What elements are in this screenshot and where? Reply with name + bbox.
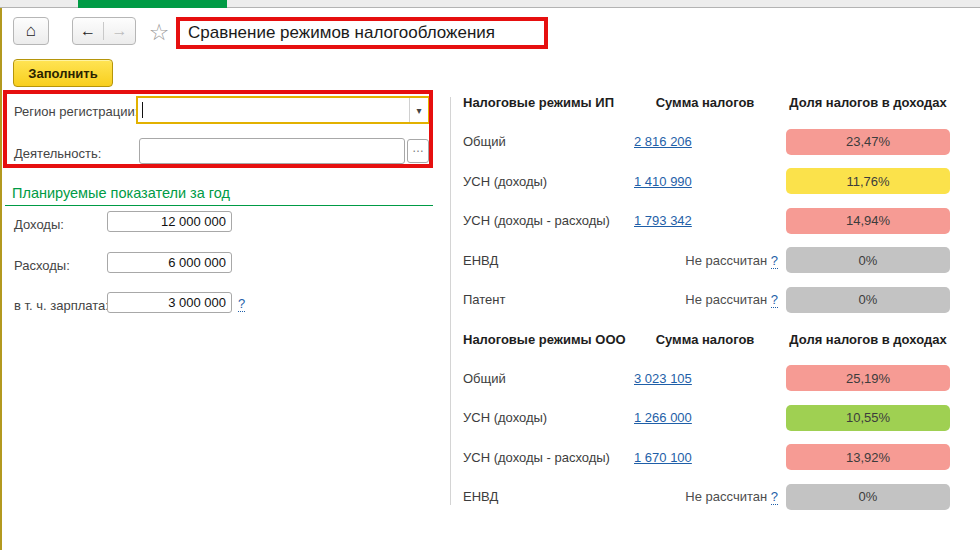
tax-share-badge: 0%: [786, 247, 950, 273]
tax-share-cell: 0%: [786, 287, 950, 313]
fill-button[interactable]: Заполнить: [13, 59, 113, 87]
tax-sum-cell: 1 793 342: [630, 213, 780, 228]
home-button[interactable]: ⌂: [13, 17, 49, 45]
tax-regime-row: ЕНВД Не рассчитан ? 0%: [463, 241, 950, 281]
ellipsis-icon: …: [412, 141, 424, 155]
tax-share-badge: 11,76%: [786, 168, 950, 194]
region-dropdown-button[interactable]: ▾: [409, 98, 428, 122]
not-calculated-help-link[interactable]: ?: [771, 253, 778, 269]
tax-share-cell: 11,76%: [786, 168, 950, 194]
expenses-input[interactable]: [107, 252, 232, 273]
tax-regime-row: УСН (доходы) 1 410 990 11,76%: [463, 162, 950, 202]
tax-share-badge: 14,94%: [786, 208, 950, 234]
column-header-sum: Сумма налогов: [630, 332, 780, 347]
tax-sum-link[interactable]: 2 816 206: [634, 134, 692, 149]
navigation-buttons: ← →: [72, 17, 136, 45]
tax-sum-cell: 1 410 990: [630, 174, 780, 189]
annotation-box-title: Сравнение режимов налогообложения: [176, 17, 548, 49]
page-title: Сравнение режимов налогообложения: [188, 23, 495, 43]
chevron-down-icon: ▾: [416, 105, 421, 116]
tax-regime-row: Общий 2 816 206 23,47%: [463, 122, 950, 162]
text-cursor: [142, 102, 143, 118]
tax-regime-row: Патент Не рассчитан ? 0%: [463, 280, 950, 320]
expenses-label: Расходы:: [14, 258, 70, 273]
activity-label: Деятельность:: [14, 146, 101, 161]
back-button[interactable]: ←: [73, 22, 104, 40]
regime-name: УСН (доходы): [463, 174, 630, 189]
tax-sum-cell: 2 816 206: [630, 134, 780, 149]
region-input[interactable]: ▾: [136, 96, 430, 124]
regime-name: УСН (доходы): [463, 410, 630, 425]
not-calculated-label: Не рассчитан: [685, 292, 767, 307]
tax-sum-link[interactable]: 1 266 000: [634, 410, 692, 425]
section-title: Налоговые режимы ООО: [463, 332, 630, 347]
activity-choose-button[interactable]: …: [407, 139, 429, 163]
panel-divider: [450, 97, 451, 505]
column-header-share: Доля налогов в доходах: [786, 332, 950, 347]
home-icon: ⌂: [26, 21, 36, 41]
tax-sum-cell: Не рассчитан ?: [630, 253, 780, 268]
window-tab-strip: [0, 0, 980, 8]
regime-name: Общий: [463, 134, 630, 149]
tax-regime-row: ЕНВД Не рассчитан ? 0%: [463, 477, 950, 517]
regime-name: Патент: [463, 292, 630, 307]
tax-sum-link[interactable]: 1 793 342: [634, 213, 692, 228]
regime-name: ЕНВД: [463, 253, 630, 268]
salary-help-link[interactable]: ?: [238, 296, 245, 312]
tax-sum-link[interactable]: 3 023 105: [634, 371, 692, 386]
regime-name: ЕНВД: [463, 489, 630, 504]
tax-share-cell: 13,92%: [786, 444, 950, 470]
salary-input[interactable]: [107, 292, 232, 313]
section-header-row: Налоговые режимы ООО Сумма налогов Доля …: [463, 332, 950, 359]
left-edge-accent: [0, 8, 2, 550]
regime-name: УСН (доходы - расходы): [463, 450, 630, 465]
tax-sum-cell: 1 266 000: [630, 410, 780, 425]
not-calculated-help-link[interactable]: ?: [771, 292, 778, 308]
tax-share-cell: 25,19%: [786, 365, 950, 391]
tax-sum-link[interactable]: 1 410 990: [634, 174, 692, 189]
tax-sum-cell: 3 023 105: [630, 371, 780, 386]
tax-sum-cell: 1 670 100: [630, 450, 780, 465]
regime-name: УСН (доходы - расходы): [463, 213, 630, 228]
income-label: Доходы:: [14, 217, 64, 232]
active-tab-indicator: [78, 0, 227, 8]
forward-button: →: [104, 22, 135, 40]
not-calculated-label: Не рассчитан: [685, 253, 767, 268]
tax-share-badge: 10,55%: [786, 405, 950, 431]
salary-label: в т. ч. зарплата:: [14, 298, 109, 313]
tax-regime-row: УСН (доходы - расходы) 1 670 100 13,92%: [463, 438, 950, 478]
region-label: Регион регистрации:: [14, 104, 138, 119]
tax-section: Налоговые режимы ООО Сумма налогов Доля …: [463, 332, 950, 517]
tax-section: Налоговые режимы ИП Сумма налогов Доля н…: [463, 95, 950, 320]
tax-share-cell: 23,47%: [786, 129, 950, 155]
column-header-share: Доля налогов в доходах: [786, 95, 950, 110]
tax-regime-row: УСН (доходы - расходы) 1 793 342 14,94%: [463, 201, 950, 241]
tax-share-cell: 14,94%: [786, 208, 950, 234]
comparison-panel: Налоговые режимы ИП Сумма налогов Доля н…: [463, 95, 950, 517]
planned-section-title: Планируемые показатели за год: [5, 185, 433, 206]
tax-share-cell: 0%: [786, 484, 950, 510]
tax-share-badge: 23,47%: [786, 129, 950, 155]
tax-share-badge: 13,92%: [786, 444, 950, 470]
section-title: Налоговые режимы ИП: [463, 95, 630, 110]
favorite-star-icon[interactable]: ☆: [145, 19, 173, 45]
tax-sum-cell: Не рассчитан ?: [630, 292, 780, 307]
back-arrow-icon: ←: [80, 22, 96, 40]
not-calculated-help-link[interactable]: ?: [771, 489, 778, 505]
tax-share-badge: 0%: [786, 287, 950, 313]
tax-share-badge: 0%: [786, 484, 950, 510]
tax-share-badge: 25,19%: [786, 365, 950, 391]
not-calculated-label: Не рассчитан: [685, 489, 767, 504]
tax-sum-link[interactable]: 1 670 100: [634, 450, 692, 465]
column-header-sum: Сумма налогов: [630, 95, 780, 110]
forward-arrow-icon: →: [112, 22, 128, 40]
tax-share-cell: 0%: [786, 247, 950, 273]
regime-name: Общий: [463, 371, 630, 386]
tax-regime-row: Общий 3 023 105 25,19%: [463, 359, 950, 399]
tax-share-cell: 10,55%: [786, 405, 950, 431]
tax-regime-row: УСН (доходы) 1 266 000 10,55%: [463, 398, 950, 438]
tax-sum-cell: Не рассчитан ?: [630, 489, 780, 504]
activity-input[interactable]: [139, 138, 405, 164]
income-input[interactable]: [107, 211, 232, 232]
section-header-row: Налоговые режимы ИП Сумма налогов Доля н…: [463, 95, 950, 122]
